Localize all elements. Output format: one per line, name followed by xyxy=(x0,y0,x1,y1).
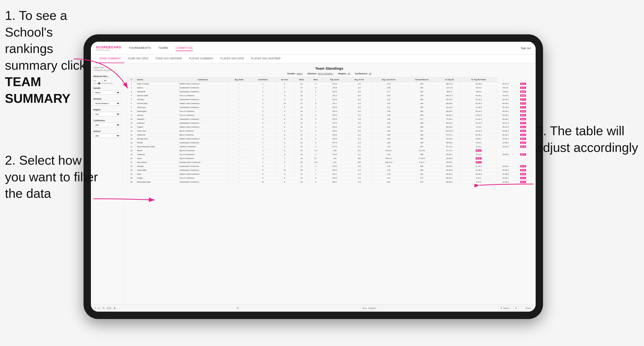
nav-tournaments[interactable]: TOURNAMENTS xyxy=(129,45,151,51)
cell-col-6: 23 xyxy=(294,109,309,113)
cell-col-3: – xyxy=(227,121,251,125)
score-badge: 80.14 xyxy=(476,161,482,164)
cell-col-14: 59-6-0 xyxy=(496,90,515,94)
cell-col-8: 280.7 xyxy=(322,180,347,184)
cell-col-7: 1 xyxy=(308,98,322,102)
table-row: 1North CarolinaAtlantic Coast Conference… xyxy=(127,82,532,86)
slider-handle[interactable] xyxy=(98,82,100,84)
cell-school: Virginia xyxy=(136,125,178,129)
col-school: School xyxy=(136,78,178,82)
toolbar-clock[interactable]: ⏱ xyxy=(236,307,239,310)
cell-col-8: 276.0 xyxy=(322,129,347,133)
table-row: 26Mississippi StateSoutheastern Conferen… xyxy=(127,180,532,184)
cell-col-9: -6.0 xyxy=(347,86,372,90)
cell-col-6: 30 xyxy=(294,168,309,172)
cell-school: Georgia xyxy=(136,165,178,168)
cell-col-11: 260 xyxy=(406,86,438,90)
cell-col-13: 9-19-1 xyxy=(461,176,496,180)
cell-col-13: 9-24-0 xyxy=(461,141,496,145)
subnav-team-h2h-grid[interactable]: TEAM H2H GRID xyxy=(124,54,152,63)
cell-col-7: 4 xyxy=(308,145,322,149)
cell-col-11: 203 xyxy=(406,90,438,94)
cell-col-10: 2.70 xyxy=(372,82,406,86)
sign-out-link[interactable]: Sign out xyxy=(521,47,531,50)
subnav-team-h2h-heatmap[interactable]: TEAM H2H HEATMAP xyxy=(152,54,186,63)
cell-col-12: 59-39-1 xyxy=(438,165,461,168)
cell-rank: 8 xyxy=(127,109,136,113)
cell-school: New Mexico xyxy=(136,161,178,165)
cell-conference: Mountain West Conference xyxy=(178,161,227,165)
toolbar-add[interactable]: ⊕ xyxy=(114,307,116,310)
nav-committee[interactable]: COMMITTEE xyxy=(176,45,193,51)
table-row: 4Arizona StatePac-12 Conference–18261274… xyxy=(127,94,532,98)
cell-col-3: – xyxy=(227,157,251,161)
cell-col-13: 15-32-2 xyxy=(461,129,496,133)
cell-col-6: 24 xyxy=(294,133,309,137)
cell-conference: Southeastern Conference xyxy=(178,86,227,90)
cell-col-5: 9 xyxy=(275,82,294,86)
filter-region: Region N/A xyxy=(93,108,120,116)
toolbar-watch[interactable]: 👁 Watch xyxy=(498,306,511,310)
cell-col-14: 31-29-1 xyxy=(496,117,515,121)
tf-division: Division: NCAA Division I xyxy=(308,72,334,75)
cell-col-4: 1 xyxy=(251,145,275,149)
cell-col-3: – xyxy=(227,90,251,94)
nav-teams[interactable]: TEAMS xyxy=(158,45,168,51)
cell-col-14: 20-39-1 xyxy=(496,165,515,168)
toolbar-forward[interactable]: ▷ xyxy=(98,307,100,310)
cell-col-11: 265 xyxy=(406,137,438,141)
cell-school: East Tennessee State xyxy=(136,145,178,149)
cell-col-9: -6.0 xyxy=(347,125,372,129)
toolbar-back[interactable]: ◁ xyxy=(94,307,96,310)
cell-col-6: 26 xyxy=(294,94,309,98)
col-avg-low: Avg. Low Score xyxy=(372,78,406,82)
toolbar-view-original[interactable]: View: Original xyxy=(360,306,378,310)
cell-col-11: 267 xyxy=(406,145,438,149)
subnav-player-summary[interactable]: PLAYER SUMMARY xyxy=(186,54,217,63)
filter-conference-select[interactable]: (All) xyxy=(93,123,120,127)
toolbar-home[interactable]: ⊏⊐ xyxy=(107,307,111,310)
cell-col-4: 5 xyxy=(251,117,275,121)
filter-school-select[interactable]: (All) xyxy=(93,134,120,138)
cell-col-11: 258 xyxy=(406,141,438,145)
cell-col-10: 1.85 xyxy=(372,133,406,137)
cell-col-4: 3 xyxy=(251,98,275,102)
cell-col-9: 235 xyxy=(347,161,372,165)
cell-col-14: 39-23-1 xyxy=(496,113,515,117)
cell-col-8: 273.6 xyxy=(322,90,347,94)
table-row: 19CaliforniaPac-12 Conference–48242278.2… xyxy=(127,153,532,157)
cell-col-14: 32-19-0 xyxy=(496,106,515,109)
cell-col-10: 1.85 xyxy=(372,129,406,133)
cell-col-9: -4.4 xyxy=(347,102,372,106)
cell-col-12: 80-25-2 xyxy=(438,141,461,145)
cell-col-12: 86-25-1 xyxy=(438,109,461,113)
cell-col-11: 266 xyxy=(406,165,438,168)
subnav-player-h2h-heatmap[interactable]: PLAYER H2H HEATMAP xyxy=(248,54,284,63)
toolbar-refresh[interactable]: ↻ xyxy=(103,307,105,310)
col-conference: Conference xyxy=(178,78,227,82)
filter-max-input[interactable] xyxy=(103,79,112,82)
subnav-player-h2h-grid[interactable]: PLAYER H2H GRID xyxy=(217,54,248,63)
cell-col-3: – xyxy=(227,113,251,117)
cell-col-10: 1.30 xyxy=(372,168,406,172)
toolbar-copy[interactable]: ⊟ xyxy=(514,306,519,310)
cell-col-11: 268 xyxy=(406,121,438,125)
cell-col-4: 9 xyxy=(251,168,275,172)
toolbar-share[interactable]: ↑ Share xyxy=(522,306,533,310)
cell-conference: Pac-12 Conference xyxy=(178,109,227,113)
cell-col-15: 87.21 xyxy=(515,86,532,90)
cell-rank: 5 xyxy=(127,98,136,102)
cell-col-3: – xyxy=(227,129,251,133)
cell-col-14: 39-20-1 xyxy=(496,109,515,113)
cell-col-8: 277.4 xyxy=(322,145,347,149)
cell-col-10: 59-41-4 xyxy=(372,157,406,161)
cell-col-11: 269 xyxy=(406,168,438,172)
cell-school: Arkansas xyxy=(136,121,178,125)
subnav: TEAM SUMMARY TEAM H2H GRID TEAM H2H HEAT… xyxy=(91,54,536,63)
cell-conference: Atlantic Coast Conference xyxy=(178,137,227,141)
subnav-team-summary[interactable]: TEAM SUMMARY xyxy=(96,54,124,63)
cell-col-10: 109-24-2 xyxy=(372,161,406,165)
cell-col-12: 63-15-1 xyxy=(438,98,461,102)
cell-col-15: 80.54 xyxy=(515,165,532,168)
filter-region-select[interactable]: N/A xyxy=(93,112,120,116)
